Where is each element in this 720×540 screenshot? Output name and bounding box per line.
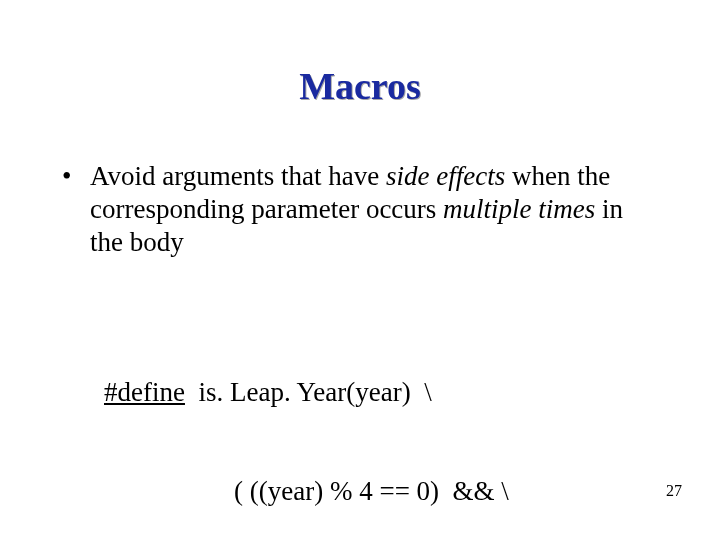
define-keyword: #define	[104, 377, 185, 407]
slide-title: Macros	[0, 64, 720, 108]
bullet-text: Avoid arguments that have side effects w…	[90, 160, 660, 259]
bullet-marker: •	[60, 160, 90, 259]
code-line-1-rest: is. Leap. Year(year) \	[185, 377, 432, 407]
code-block: #define is. Leap. Year(year) \ ( ((year)…	[104, 310, 509, 540]
bullet-multiple-times: multiple times	[443, 194, 595, 224]
code-line-1: #define is. Leap. Year(year) \	[104, 376, 509, 409]
page-number: 27	[666, 482, 682, 500]
bullet-side-effects: side effects	[386, 161, 505, 191]
bullet-seg1: Avoid arguments that have	[90, 161, 386, 191]
code-line-2: ( ((year) % 4 == 0) && \	[104, 475, 509, 508]
slide-body: • Avoid arguments that have side effects…	[60, 160, 660, 259]
bullet-item: • Avoid arguments that have side effects…	[60, 160, 660, 259]
slide: Macros • Avoid arguments that have side …	[0, 0, 720, 540]
